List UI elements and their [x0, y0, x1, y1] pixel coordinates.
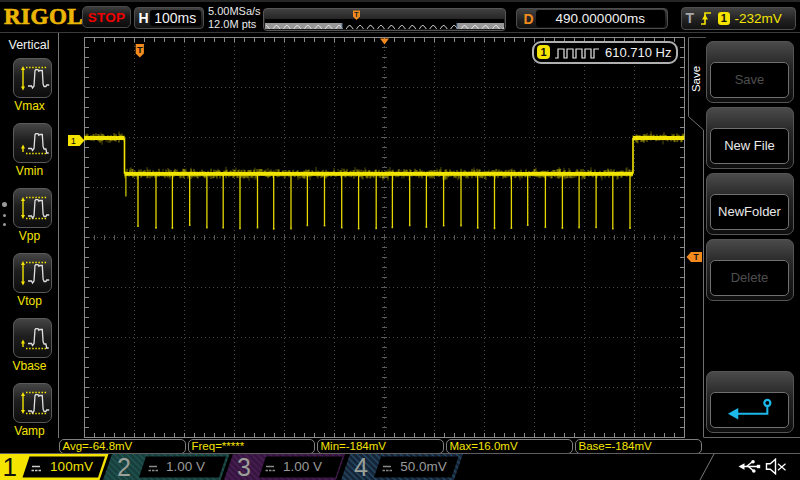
svg-text:T: T [354, 11, 359, 18]
svg-text:3: 3 [237, 453, 251, 480]
svg-text:1: 1 [71, 135, 76, 146]
svg-text:T: T [693, 252, 699, 262]
svg-text:T: T [137, 44, 143, 55]
svg-text:4: 4 [354, 453, 368, 480]
svg-text:2: 2 [117, 453, 131, 480]
svg-text:1: 1 [3, 453, 17, 480]
